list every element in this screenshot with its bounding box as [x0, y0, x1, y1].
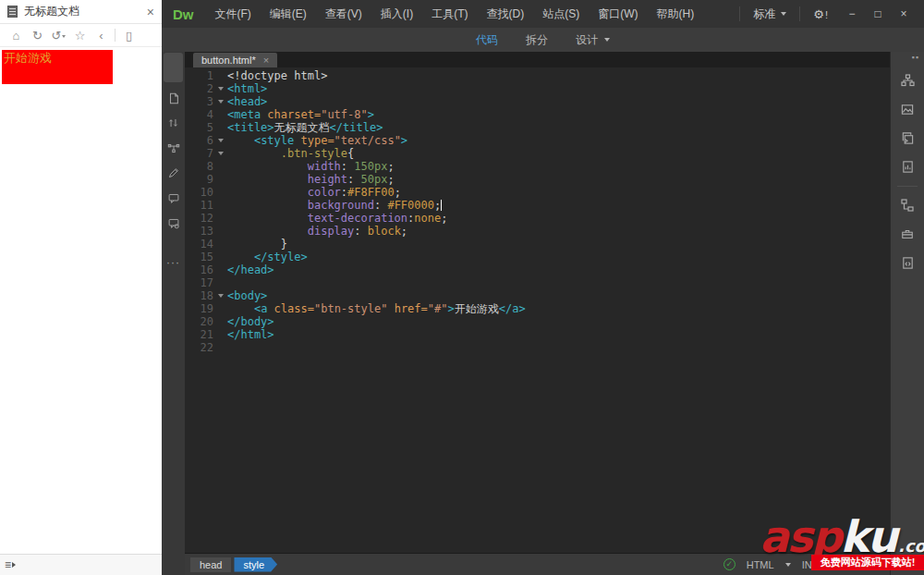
- fold-gutter: [213, 212, 227, 225]
- code-text: <head>: [227, 95, 890, 108]
- menu-item-6[interactable]: 站点(S): [533, 0, 589, 28]
- line-number: 22: [185, 341, 213, 354]
- view-mode-1[interactable]: 拆分: [518, 31, 555, 50]
- line-number: 4: [185, 108, 213, 121]
- view-mode-2[interactable]: 设计: [568, 31, 617, 50]
- line-number: 2: [185, 82, 213, 95]
- chevron-down-icon: [604, 38, 610, 42]
- code-line-11: 11 background: #FF0000;: [185, 199, 890, 212]
- doc-type-caret-icon[interactable]: [785, 563, 791, 567]
- tab-close-icon[interactable]: ×: [263, 55, 269, 66]
- fold-gutter: [213, 121, 227, 134]
- code-line-13: 13 display: block;: [185, 225, 890, 238]
- line-number: 12: [185, 212, 213, 225]
- browser-close-icon[interactable]: ×: [147, 6, 154, 18]
- cc-libraries-icon[interactable]: [896, 128, 918, 148]
- favorite-icon[interactable]: ☆: [69, 29, 91, 43]
- screen: 无标题文档 × ⌂↻↺☆‹▯ 开始游戏 ≡ Dw 文件(F)编辑(E)查看(V)…: [0, 0, 924, 575]
- fold-arrow-icon[interactable]: [213, 289, 227, 302]
- code-line-22: 22: [185, 341, 890, 354]
- code-line-19: 19 <a class="btn-style" href="#">开始游戏</a…: [185, 302, 890, 315]
- apply-comment-icon[interactable]: [164, 189, 183, 207]
- undo-icon[interactable]: ↺: [48, 29, 69, 43]
- file-management-icon[interactable]: [164, 114, 183, 132]
- dreamweaver-window: Dw 文件(F)编辑(E)查看(V)插入(I)工具(T)查找(D)站点(S)窗口…: [162, 0, 924, 575]
- fold-arrow-icon[interactable]: [213, 134, 227, 147]
- tag-selector-style[interactable]: style: [234, 557, 277, 572]
- assets-panel-icon[interactable]: [896, 99, 918, 119]
- line-number: 11: [185, 199, 213, 212]
- text-cursor: [441, 200, 442, 211]
- list-menu-caret-icon: [12, 562, 16, 568]
- minimize-button[interactable]: −: [839, 7, 865, 20]
- code-line-7: 7 .btn-style{: [185, 147, 890, 160]
- open-documents-icon[interactable]: [164, 89, 183, 107]
- code-text: <style type="text/css">: [227, 134, 890, 147]
- menu-item-4[interactable]: 工具(T): [422, 0, 477, 28]
- files-panel-icon[interactable]: [896, 70, 918, 91]
- tab-button-html[interactable]: button.html* ×: [193, 53, 277, 67]
- menu-item-3[interactable]: 插入(I): [371, 0, 422, 28]
- browser-nav-toolbar: ⌂↻↺☆‹▯: [0, 24, 162, 47]
- menu-item-8[interactable]: 帮助(H): [647, 0, 703, 28]
- snippets-panel-icon[interactable]: [896, 252, 918, 273]
- browser-title-bar: 无标题文档 ×: [0, 0, 162, 24]
- fold-gutter: [213, 186, 227, 199]
- close-button[interactable]: ×: [891, 7, 917, 20]
- line-number: 20: [185, 315, 213, 328]
- gear-icon[interactable]: ⚙!: [808, 7, 833, 21]
- code-text: </style>: [227, 251, 890, 263]
- code-line-15: 15 </style>: [185, 251, 890, 263]
- back-icon[interactable]: ‹: [91, 29, 112, 43]
- code-text: text-decoration:none;: [227, 212, 890, 225]
- divider: [115, 29, 116, 42]
- maximize-button[interactable]: □: [865, 7, 891, 20]
- menu-item-2[interactable]: 查看(V): [316, 0, 371, 28]
- preview-start-game-button[interactable]: 开始游戏: [2, 50, 113, 84]
- line-number: 19: [185, 302, 213, 315]
- format-source-icon[interactable]: [164, 164, 183, 182]
- tab-label: button.html*: [201, 55, 256, 66]
- line-number: 3: [185, 95, 213, 108]
- view-mode-0[interactable]: 代码: [468, 31, 505, 50]
- fold-arrow-icon[interactable]: [213, 147, 227, 160]
- remove-comment-icon[interactable]: [164, 214, 183, 232]
- lint-ok-icon[interactable]: ✓: [723, 558, 736, 570]
- live-view-icon[interactable]: [164, 139, 183, 157]
- code-line-1: 1<!doctype html>: [185, 69, 890, 82]
- menu-item-0[interactable]: 文件(F): [206, 0, 261, 28]
- doc-type-label[interactable]: HTML: [747, 559, 774, 570]
- fold-arrow-icon[interactable]: [213, 82, 227, 95]
- menu-item-1[interactable]: 编辑(E): [261, 0, 316, 28]
- line-number: 15: [185, 251, 213, 263]
- line-number: 14: [185, 238, 213, 251]
- menu-item-7[interactable]: 窗口(W): [589, 0, 647, 28]
- code-text: <title>无标题文档</title>: [227, 121, 890, 134]
- browser-viewport: 开始游戏: [0, 48, 162, 554]
- tag-selector-head[interactable]: head: [190, 557, 231, 572]
- fold-arrow-icon[interactable]: [213, 95, 227, 108]
- code-text: height: 50px;: [227, 173, 890, 186]
- behaviors-panel-icon[interactable]: [896, 224, 918, 244]
- collapse-panels-icon[interactable]: ▪▪: [912, 52, 924, 62]
- code-line-3: 3<head>: [185, 95, 890, 108]
- home-icon[interactable]: ⌂: [6, 29, 27, 43]
- code-editor[interactable]: 1<!doctype html>2<html>3<head>4<meta cha…: [185, 67, 890, 553]
- code-line-16: 16</head>: [185, 263, 890, 276]
- code-text: <a class="btn-style" href="#">开始游戏</a>: [227, 302, 890, 315]
- menu-item-5[interactable]: 查找(D): [477, 0, 533, 28]
- fold-gutter: [213, 160, 227, 173]
- page-icon[interactable]: ▯: [118, 29, 140, 43]
- code-text: background: #FF0000;: [227, 199, 890, 212]
- code-line-5: 5<title>无标题文档</title>: [185, 121, 890, 134]
- workspace-switcher[interactable]: 标准: [748, 6, 792, 22]
- code-text: [227, 276, 890, 289]
- code-text: }: [227, 238, 890, 251]
- divider: [799, 6, 800, 21]
- more-options-icon[interactable]: ···: [166, 256, 180, 269]
- fold-gutter: [213, 173, 227, 186]
- reports-icon[interactable]: [896, 156, 918, 177]
- refresh-icon[interactable]: ↻: [27, 29, 48, 43]
- dom-panel-icon[interactable]: [896, 195, 918, 215]
- list-menu-icon[interactable]: ≡: [5, 558, 11, 571]
